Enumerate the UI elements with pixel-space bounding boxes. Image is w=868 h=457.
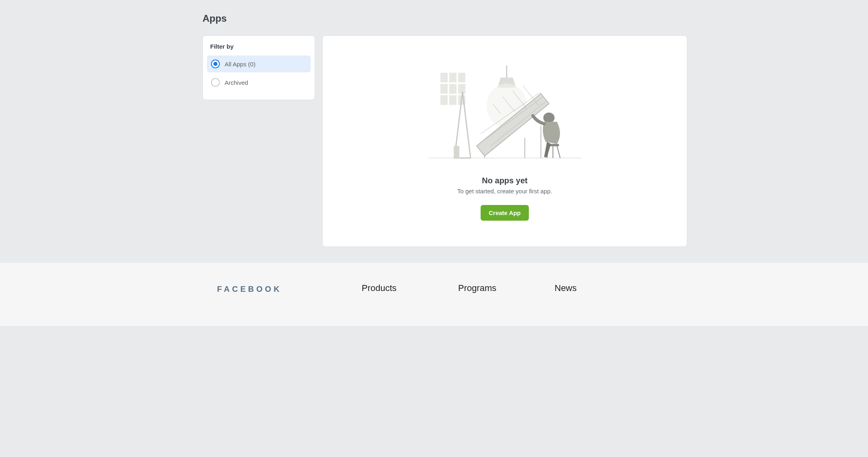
filter-heading: Filter by [207,43,311,55]
footer-column-programs[interactable]: Programs [458,283,555,293]
radio-checked-icon [211,59,220,68]
empty-state-subtitle: To get started, create your first app. [457,188,552,195]
filter-option-archived[interactable]: Archived [207,74,311,91]
radio-unchecked-icon [211,78,220,87]
filter-option-label: All Apps (0) [225,61,256,68]
page-footer: FACEBOOK Products Programs News [0,263,868,326]
page-title: Apps [165,0,703,24]
footer-brand-logo: FACEBOOK [217,283,362,294]
filter-sidebar: Filter by All Apps (0) Archived [203,35,315,100]
svg-rect-7 [440,95,448,105]
apps-main-panel: No apps yet To get started, create your … [322,35,687,247]
svg-rect-2 [449,73,457,82]
svg-rect-6 [458,84,465,94]
empty-state-illustration [428,66,581,160]
svg-rect-8 [449,95,457,105]
filter-option-label: Archived [225,79,248,86]
empty-state-title: No apps yet [482,176,527,185]
svg-point-29 [543,113,555,123]
filter-option-all-apps[interactable]: All Apps (0) [207,55,311,72]
create-app-button[interactable]: Create App [481,205,528,221]
svg-rect-5 [449,84,457,94]
svg-rect-1 [440,73,448,82]
svg-line-26 [557,146,560,158]
footer-column-products[interactable]: Products [362,283,458,293]
footer-column-news[interactable]: News [555,283,651,293]
svg-rect-24 [454,146,459,158]
svg-rect-3 [458,73,465,82]
svg-rect-4 [440,84,448,94]
